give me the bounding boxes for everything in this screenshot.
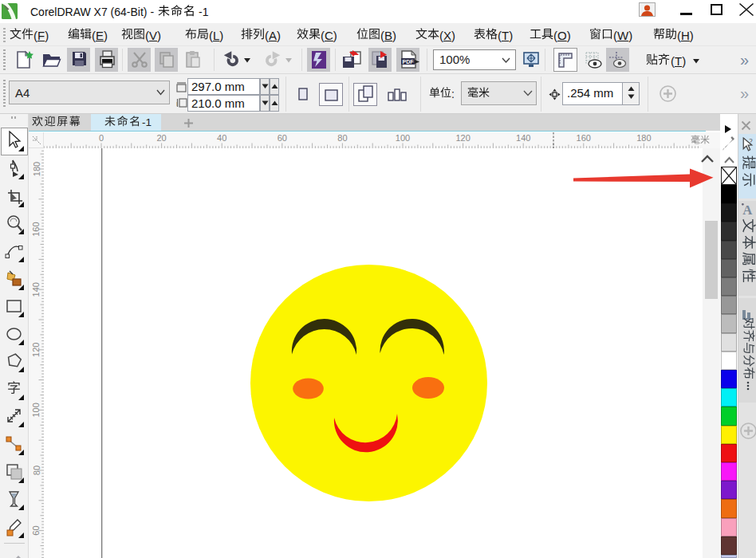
svg-text:60: 60 <box>32 525 41 535</box>
svg-text:?: ? <box>750 138 753 146</box>
svg-text:80: 80 <box>32 466 41 475</box>
svg-text:I: I <box>176 100 178 108</box>
svg-text:120: 120 <box>32 343 41 357</box>
svg-text:A: A <box>742 202 752 217</box>
svg-text:180: 180 <box>636 133 651 143</box>
svg-text:20: 20 <box>156 133 166 143</box>
svg-text:120: 120 <box>455 133 470 143</box>
svg-text:40: 40 <box>217 133 226 143</box>
svg-text:140: 140 <box>32 282 41 297</box>
svg-text:100: 100 <box>396 133 410 143</box>
svg-text:100: 100 <box>32 403 41 417</box>
svg-text:0: 0 <box>99 133 104 143</box>
svg-text:140: 140 <box>516 133 530 143</box>
svg-text:60: 60 <box>278 133 287 143</box>
svg-text:160: 160 <box>32 222 41 236</box>
svg-text:160: 160 <box>577 133 591 143</box>
svg-text:80: 80 <box>337 133 347 143</box>
svg-text:180: 180 <box>32 162 41 176</box>
svg-text:PDF: PDF <box>403 59 415 65</box>
